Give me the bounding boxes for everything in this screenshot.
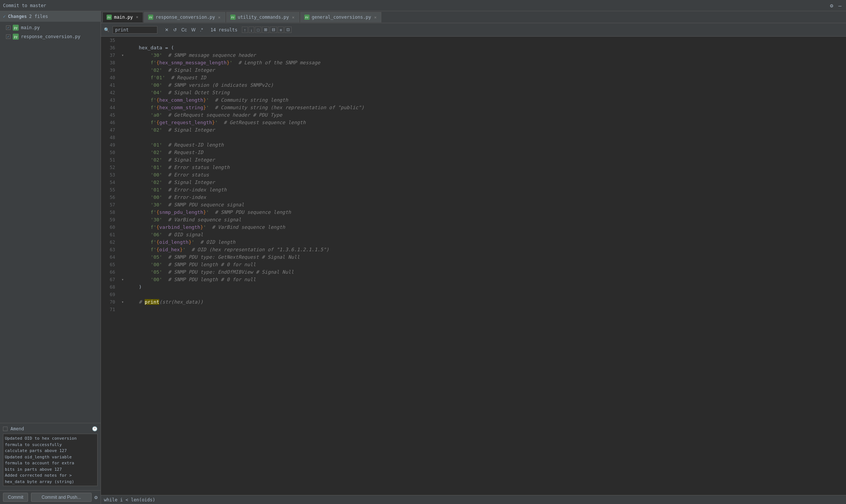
tab-icon-utility: py — [230, 15, 236, 20]
search-filter-btn[interactable]: ⊡ — [284, 27, 292, 33]
tab-general-conversions[interactable]: py general_conversions.py ✕ — [300, 12, 382, 22]
top-bar-icons: ⚙ — — [828, 2, 843, 9]
line-content-38: f'{hex_snmp_message_length}' # Length of… — [126, 59, 846, 67]
code-line-42: 42 '04' # Signal Octet String — [101, 89, 846, 96]
line-num-49: 49 — [101, 141, 120, 149]
tab-label-utility: utility_commands.py — [238, 15, 289, 20]
line-content-50: '02' # Request-ID — [126, 149, 846, 156]
line-num-70: 70 — [101, 298, 120, 306]
line-content-66: '05' # SNMP PDU type: EndOfMIBView # Sig… — [126, 268, 846, 276]
file-item-main[interactable]: py main.py — [0, 23, 101, 32]
tab-utility-commands[interactable]: py utility_commands.py ✕ — [226, 12, 299, 22]
commit-button[interactable]: Commit — [3, 493, 28, 502]
tab-label-response: response_conversion.py — [156, 15, 215, 20]
code-line-69: 69 — [101, 291, 846, 298]
line-num-43: 43 — [101, 96, 120, 104]
line-content-45: 'a0' # GetRequest sequence header # PDU … — [126, 111, 846, 119]
amend-clock-icon[interactable]: 🕐 — [92, 426, 98, 431]
code-line-55: 55 '01' # Error-index length — [101, 186, 846, 194]
file-checkbox-main[interactable] — [6, 25, 10, 30]
search-opt1-btn[interactable]: ⊞ — [262, 27, 269, 33]
code-line-38: 38 f'{hex_snmp_message_length}' # Length… — [101, 59, 846, 67]
line-content-53: '00' # Error status — [126, 171, 846, 179]
code-line-66: 66 '05' # SNMP PDU type: EndOfMIBView # … — [101, 268, 846, 276]
line-num-39: 39 — [101, 67, 120, 74]
search-word-btn[interactable]: W — [190, 27, 197, 33]
search-prev-btn[interactable]: ↑ — [242, 27, 248, 33]
tab-icon-main: py — [107, 15, 112, 20]
search-icon: 🔍 — [104, 27, 110, 33]
code-line-60: 60 f'{varbind_length}' # VarBind sequenc… — [101, 224, 846, 231]
line-num-66: 66 — [101, 268, 120, 276]
code-line-70: 70 ▾ # print(str(hex_data)) — [101, 298, 846, 306]
sidebar: ✓ Changes 2 files py main.py py response… — [0, 11, 101, 504]
tab-close-main[interactable]: ✕ — [135, 15, 139, 19]
code-line-54: 54 '02' # Signal Integer — [101, 179, 846, 186]
file-icon-response: py — [13, 34, 19, 40]
search-clear-btn[interactable]: ✕ — [163, 27, 170, 33]
status-text: while i < len(oids) — [104, 497, 155, 503]
line-content-67: '00' # SNMP PDU length # 0 for null — [126, 276, 846, 283]
line-content-68: ) — [126, 283, 846, 291]
commit-message-input[interactable]: Updated OID to hex conversion formula to… — [3, 434, 98, 486]
line-num-60: 60 — [101, 224, 120, 231]
code-line-68: 68 ) — [101, 283, 846, 291]
line-content-65: '00' # SNMP PDU length # 0 for null — [126, 261, 846, 268]
code-line-49: 49 '01' # Request-ID length — [101, 141, 846, 149]
code-line-50: 50 '02' # Request-ID — [101, 149, 846, 156]
search-input[interactable] — [115, 27, 145, 33]
search-opt2-btn[interactable]: ⊟ — [270, 27, 277, 33]
line-content-47: '02' # Signal Integer — [126, 126, 846, 134]
tab-main-py[interactable]: py main.py ✕ — [102, 12, 143, 22]
top-bar: Commit to master ⚙ — — [0, 0, 846, 11]
tab-close-response[interactable]: ✕ — [217, 15, 221, 20]
code-line-41: 41 '00' # SNMP version (0 indicates SNMP… — [101, 82, 846, 89]
code-line-56: 56 '00' # Error-index — [101, 194, 846, 201]
code-line-61: 61 '06' # OID signal — [101, 231, 846, 239]
tab-close-general[interactable]: ✕ — [373, 15, 378, 20]
code-line-52: 52 '01' # Error status length — [101, 164, 846, 171]
search-regex-btn[interactable]: .* — [199, 27, 204, 33]
search-bar: 🔍 ✕ ↺ Cc W .* 14 results ↑ ↓ □ ⊞ ⊟ ≡ ⊡ — [101, 23, 846, 37]
line-num-58: 58 — [101, 209, 120, 216]
line-content-56: '00' # Error-index — [126, 194, 846, 201]
line-content-54: '02' # Signal Integer — [126, 179, 846, 186]
code-line-47: 47 '02' # Signal Integer — [101, 126, 846, 134]
bottom-gear-icon[interactable]: ⚙ — [95, 494, 98, 500]
tab-label-main: main.py — [114, 15, 133, 20]
gutter-67: ▾ — [120, 276, 126, 283]
line-num-46: 46 — [101, 119, 120, 126]
search-expand-btn[interactable]: □ — [255, 27, 261, 33]
code-line-65: 65 '00' # SNMP PDU length # 0 for null — [101, 261, 846, 268]
gutter-70: ▾ — [120, 298, 126, 306]
amend-label: Amend — [10, 426, 24, 431]
changes-label: Changes — [8, 14, 27, 19]
file-item-response[interactable]: py response_conversion.py — [0, 32, 101, 41]
line-content-49: '01' # Request-ID length — [126, 141, 846, 149]
code-line-64: 64 '05' # SNMP PDU type: GetNextRequest … — [101, 253, 846, 261]
settings-icon[interactable]: ⚙ — [828, 2, 834, 9]
file-checkbox-response[interactable] — [6, 34, 10, 39]
amend-row: Amend 🕐 — [3, 426, 98, 431]
line-num-48: 48 — [101, 134, 120, 141]
search-opt3-btn[interactable]: ≡ — [278, 27, 284, 33]
commit-push-button[interactable]: Commit and Push... — [31, 493, 91, 502]
code-editor[interactable]: 35 36 hex_data = ( 37 ▾ '30' # SNMP mess… — [101, 37, 846, 495]
search-next-btn[interactable]: ↓ — [249, 27, 255, 33]
minimize-icon[interactable]: — — [837, 2, 843, 9]
search-case-btn[interactable]: Cc — [180, 27, 188, 33]
line-num-71: 71 — [101, 306, 120, 313]
status-bar: while i < len(oids) — [101, 495, 846, 504]
file-name-response: response_conversion.py — [21, 34, 80, 39]
line-content-46: f'{get_request_length}' # GetRequest seq… — [126, 119, 846, 126]
code-line-58: 58 f'{snmp_pdu_length}' # SNMP PDU seque… — [101, 209, 846, 216]
line-content-37: '30' # SNMP message sequence header — [126, 52, 846, 59]
line-content-57: '30' # SNMP PDU sequence signal — [126, 201, 846, 209]
line-content-62: f'{oid_length}' # OID length — [126, 239, 846, 246]
code-line-48: 48 — [101, 134, 846, 141]
search-refresh-btn[interactable]: ↺ — [172, 27, 178, 33]
tab-close-utility[interactable]: ✕ — [291, 15, 295, 20]
tab-response-conversion[interactable]: py response_conversion.py ✕ — [144, 12, 225, 22]
line-content-44: f'{hex_comm_string}' # Community string … — [126, 104, 846, 111]
amend-checkbox[interactable] — [3, 427, 7, 431]
